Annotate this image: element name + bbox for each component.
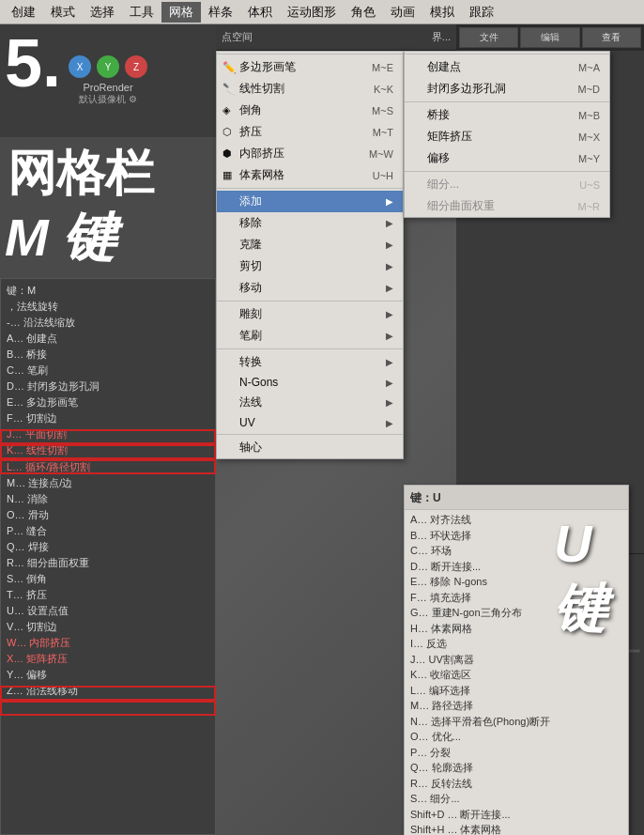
top-separator — [217, 54, 403, 54]
menu-ngons[interactable]: N-Gons ▶ — [217, 373, 403, 392]
menu-clone[interactable]: 克隆 ▶ — [217, 234, 403, 255]
submenu-subdivide-label: 细分... — [427, 177, 459, 193]
shortcut-Z: Z… 沿法线移动 — [7, 683, 209, 699]
submenu-subdivide-surface[interactable]: 细分曲面权重 M~R — [405, 195, 609, 217]
axis-x-icon[interactable]: X — [69, 55, 91, 78]
shortcut-J: J… 平面切割 — [7, 426, 209, 442]
menu-sculpt[interactable]: 雕刻 ▶ — [217, 303, 403, 325]
sep3 — [217, 348, 403, 349]
menu-cut[interactable]: 剪切 ▶ — [217, 255, 403, 277]
shortcut-C: C… 笔刷 — [7, 363, 209, 379]
menu-select[interactable]: 选择 — [83, 2, 122, 23]
uv-K: K… 收缩选区 — [410, 667, 622, 683]
uv-N: N… 选择平滑着色(Phong)断开 — [410, 714, 622, 730]
submenu-create-point[interactable]: 创建点 M~A — [405, 56, 609, 78]
submenu-close-polygon[interactable]: 封闭多边形孔洞 M~D — [405, 78, 609, 100]
main-area: X Y Z ProRender 默认摄像机 ⚙ 5. 网格栏 M 键 键：M ，… — [0, 24, 644, 835]
menu-move[interactable]: 移动 ▶ — [217, 277, 403, 299]
extrude-icon: ⬡ — [222, 126, 232, 138]
wangge-label: 网格栏 — [0, 137, 216, 210]
right-tab-edit[interactable]: 编辑 — [520, 27, 579, 48]
submenu-subdivide[interactable]: 细分... U~S — [405, 174, 609, 195]
menu-linear-cut[interactable]: 🔪 线性切割 K~K — [217, 78, 403, 100]
sep1 — [217, 188, 403, 189]
menu-voxel-mesh[interactable]: ▦ 体素网格 U~H — [217, 164, 403, 186]
shortcut-list: 键：M ，法线旋转 -… 沿法线缩放 A… 创建点 B… 桥接 C… 笔刷 D…… — [0, 278, 216, 835]
point-space-label[interactable]: 点空间 — [222, 30, 253, 44]
camera-label: 默认摄像机 ⚙ — [79, 93, 137, 106]
boundary-label[interactable]: 界... — [432, 30, 451, 44]
menu-axis[interactable]: 轴心 — [217, 437, 403, 458]
shortcut-Y: Y… 偏移 — [7, 667, 209, 683]
uv-R: R… 反转法线 — [410, 776, 622, 792]
uv-shiftH: Shift+H … 体素网格 — [410, 822, 622, 835]
shortcut-D: D… 封闭多边形孔洞 — [7, 379, 209, 394]
menu-mode[interactable]: 模式 — [43, 2, 83, 23]
submenu-matrix-extrude[interactable]: 矩阵挤压 M~X — [405, 126, 609, 147]
voxel-icon: ▦ — [222, 169, 232, 181]
submenu-sep1 — [405, 101, 609, 102]
menu-spline[interactable]: 样条 — [201, 2, 240, 23]
menu-brush[interactable]: 笔刷 ▶ — [217, 325, 403, 347]
submenu-sep2 — [405, 171, 609, 172]
shortcut-O: O… 滑动 — [7, 507, 209, 523]
prorender-icons: X Y Z — [69, 55, 147, 78]
axis-y-icon[interactable]: Y — [97, 55, 119, 78]
shortcut-Q: Q… 焊接 — [7, 539, 209, 555]
right-tab-file[interactable]: 文件 — [459, 27, 518, 48]
shortcut-P: P… 缝合 — [7, 523, 209, 539]
menu-uv[interactable]: UV ▶ — [217, 413, 403, 432]
right-panel-header: 文件 编辑 查看 — [456, 24, 644, 51]
shortcut-B: B… 桥接 — [7, 347, 209, 363]
menu-add[interactable]: 添加 ▶ — [217, 191, 403, 212]
knife-icon: 🔪 — [222, 83, 237, 96]
shortcut-E: E… 多边形画笔 — [7, 394, 209, 410]
submenu-bridge[interactable]: 桥接 M~B — [405, 104, 609, 126]
axis-z-icon[interactable]: Z — [125, 55, 147, 78]
menu-mesh[interactable]: 网格 — [161, 2, 201, 23]
submenu-offset[interactable]: 偏移 M~Y — [405, 147, 609, 169]
menu-normals[interactable]: 法线 ▶ — [217, 392, 403, 413]
right-tab-view[interactable]: 查看 — [582, 27, 641, 48]
menu-tools[interactable]: 工具 — [122, 2, 161, 23]
ukey-label: U 键 — [554, 513, 606, 645]
menu-mograph[interactable]: 运动图形 — [280, 2, 344, 23]
shortcut-U: U… 设置点值 — [7, 603, 209, 619]
menu-convert[interactable]: 转换 ▶ — [217, 351, 403, 373]
shortcut-F: F… 切割边 — [7, 410, 209, 426]
pencil-icon: ✏️ — [222, 61, 237, 74]
submenu-offset-label: 偏移 — [427, 150, 450, 166]
shortcut-X: X… 矩阵挤压 — [7, 651, 209, 667]
shortcut-A: A… 创建点 — [7, 331, 209, 347]
uv-O: O… 优化... — [410, 729, 622, 745]
menu-inner-extrude[interactable]: ⬢ 内部挤压 M~W — [217, 143, 403, 164]
submenu-create-point-label: 创建点 — [427, 59, 461, 75]
submenu-subdivide-surface-label: 细分曲面权重 — [427, 198, 495, 214]
shortcut-N: N… 消除 — [7, 491, 209, 507]
menu-character[interactable]: 角色 — [344, 2, 383, 23]
menu-simulate[interactable]: 模拟 — [422, 2, 462, 23]
menu-polygon-pen[interactable]: ✏️ 多边形画笔 M~E — [217, 56, 403, 78]
menu-create[interactable]: 创建 — [4, 2, 43, 23]
sep4 — [217, 434, 403, 435]
shortcut-V: V… 切割边 — [7, 619, 209, 635]
menu-animation[interactable]: 动画 — [383, 2, 422, 23]
uv-S: S… 细分... — [410, 791, 622, 807]
uv-Q: Q… 轮廓选择 — [410, 760, 622, 776]
bevel-icon: ◈ — [222, 104, 230, 116]
main-dropdown-menu: ✏️ 多边形画笔 M~E 🔪 线性切割 K~K ◈ 倒角 M~S ⬡ 挤压 M~… — [216, 51, 404, 459]
menu-track[interactable]: 跟踪 — [462, 2, 501, 23]
shortcut-comma: ，法线旋转 — [7, 299, 209, 315]
shortcut-K: K… 线性切割 — [7, 442, 209, 458]
menu-remove[interactable]: 移除 ▶ — [217, 212, 403, 234]
shortcut-M2: M… 连接点/边 — [7, 475, 209, 491]
uv-M: M… 路径选择 — [410, 698, 622, 714]
menu-volume[interactable]: 体积 — [240, 2, 280, 23]
submenu-top-sep — [405, 54, 609, 54]
viewport-toolbar: 点空间 界... — [216, 24, 456, 51]
shortcut-W: W… 内部挤压 — [7, 635, 209, 651]
shortcut-S: S… 倒角 — [7, 571, 209, 587]
top-menubar: 创建 模式 选择 工具 网格 样条 体积 运动图形 角色 动画 模拟 跟踪 — [0, 0, 644, 24]
menu-extrude[interactable]: ⬡ 挤压 M~T — [217, 121, 403, 143]
menu-bevel[interactable]: ◈ 倒角 M~S — [217, 100, 403, 121]
